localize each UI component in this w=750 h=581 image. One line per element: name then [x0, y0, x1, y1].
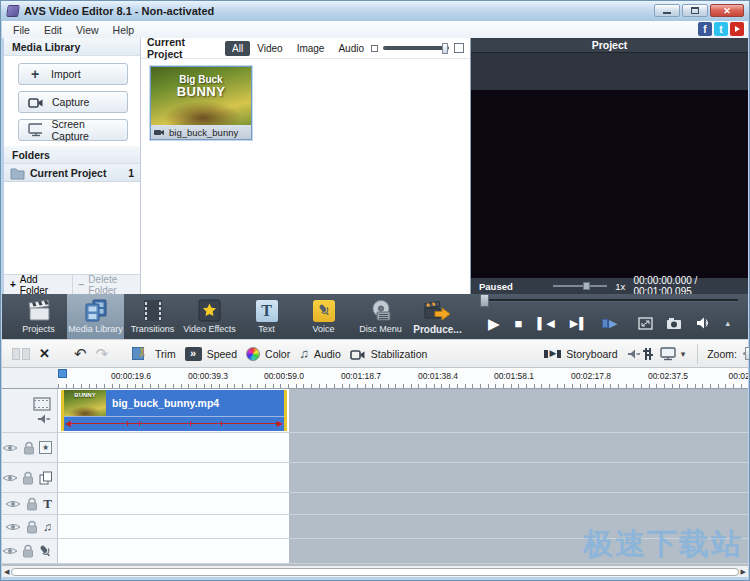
trim-label: Trim: [155, 348, 176, 360]
trim-right-arrow-icon[interactable]: ▶: [277, 420, 283, 428]
tab-voice[interactable]: Voice: [295, 294, 352, 339]
menu-view[interactable]: View: [69, 23, 106, 37]
volume-icon[interactable]: [696, 317, 712, 329]
eye-icon[interactable]: [2, 473, 17, 483]
ruler-label: 00:00:39.3: [178, 371, 238, 381]
tab-produce[interactable]: Produce...: [409, 294, 466, 339]
screen-capture-label: Screen Capture: [51, 118, 118, 142]
folder-item-current-project[interactable]: Current Project 1: [4, 164, 140, 182]
stabilization-button[interactable]: Stabilization: [350, 348, 428, 360]
filter-all[interactable]: All: [225, 41, 250, 56]
title-bar[interactable]: AVS Video Editor 8.1 - Non-activated ✕: [1, 1, 749, 21]
maximize-button[interactable]: [682, 4, 708, 17]
delete-button[interactable]: ✕: [39, 346, 50, 361]
tab-disc-menu[interactable]: Disc Menu: [352, 294, 409, 339]
scroll-right-icon[interactable]: ▶: [741, 568, 746, 575]
playhead-marker[interactable]: [58, 369, 67, 378]
trim-button[interactable]: ✂ Trim: [132, 346, 176, 361]
play-button[interactable]: ▶: [488, 316, 500, 331]
menu-edit[interactable]: Edit: [37, 23, 69, 37]
youtube-icon[interactable]: [730, 22, 744, 36]
text-track[interactable]: [58, 493, 748, 514]
tab-projects[interactable]: Projects: [10, 294, 67, 339]
import-button[interactable]: + Import: [18, 63, 128, 85]
media-item-big-buck-bunny[interactable]: Big Buck BUNNY big_buck_bunny: [150, 66, 252, 140]
zoom-slider[interactable]: [743, 352, 750, 355]
lock-icon[interactable]: [20, 544, 35, 558]
close-button[interactable]: ✕: [710, 4, 744, 17]
close-icon: ✕: [723, 6, 731, 16]
tab-video-effects[interactable]: Video Effects: [181, 294, 238, 339]
color-button[interactable]: Color: [246, 347, 290, 361]
clip-trim-bar[interactable]: ◀ ▶: [64, 417, 284, 430]
storyboard-icon: ▶: [544, 349, 561, 358]
twitter-icon[interactable]: t: [714, 22, 728, 36]
seek-handle[interactable]: [480, 294, 489, 307]
facebook-icon[interactable]: f: [698, 22, 712, 36]
lock-icon[interactable]: [24, 497, 40, 511]
delete-folder-button[interactable]: − Delete Folder: [72, 275, 141, 294]
eye-icon[interactable]: [2, 443, 18, 453]
lock-icon[interactable]: [20, 471, 35, 485]
menu-help[interactable]: Help: [106, 23, 142, 37]
menu-file[interactable]: File: [6, 23, 37, 37]
mixer-sliders-icon: [645, 348, 651, 360]
storyboard-button[interactable]: ▶ Storyboard: [544, 348, 617, 360]
video-track[interactable]: BUNNY big_buck_bunny.mp4 ◀ ▶: [58, 389, 748, 432]
thumbnail-size-handle[interactable]: [442, 43, 448, 54]
folder-count: 1: [128, 167, 134, 179]
undo-button[interactable]: ↶: [74, 346, 87, 361]
eye-icon[interactable]: [2, 546, 17, 556]
text-track-header: T: [2, 493, 58, 514]
step-square-icon: [602, 319, 608, 328]
audio-mixer-button[interactable]: [627, 348, 651, 360]
filter-video[interactable]: Video: [250, 41, 289, 56]
tab-media-library[interactable]: Media Library: [67, 294, 124, 339]
scrollbar-thumb[interactable]: [11, 568, 738, 576]
screen-capture-button[interactable]: Screen Capture: [18, 119, 128, 141]
muted-speaker-icon[interactable]: [37, 414, 51, 424]
display-mode-button[interactable]: ▾: [660, 347, 686, 361]
step-playback-button[interactable]: ▶: [602, 317, 617, 330]
timeline-scrollbar[interactable]: ◀ ▶: [2, 565, 748, 577]
add-folder-button[interactable]: + Add Folder: [4, 275, 72, 294]
preview-status-bar: Paused 1x 00:00:00.000 / 00:01:00.095: [471, 278, 748, 294]
previous-frame-button[interactable]: ▌◀: [537, 317, 554, 330]
stop-button[interactable]: ■: [515, 317, 523, 330]
split-icon[interactable]: [12, 348, 30, 360]
thumbnail-size-slider[interactable]: [383, 46, 449, 50]
timeline-clip-big-buck-bunny[interactable]: BUNNY big_buck_bunny.mp4 ◀ ▶: [61, 390, 287, 431]
tab-transitions[interactable]: Transitions: [124, 294, 181, 339]
capture-button[interactable]: Capture: [18, 91, 128, 113]
filter-audio[interactable]: Audio: [331, 41, 371, 56]
color-label: Color: [265, 348, 290, 360]
filter-image[interactable]: Image: [290, 41, 332, 56]
effects-star-icon: [198, 299, 221, 322]
lock-icon[interactable]: [24, 520, 40, 534]
scroll-left-icon[interactable]: ◀: [4, 568, 9, 575]
overlay-track[interactable]: [58, 463, 748, 492]
redo-button[interactable]: ↷: [95, 346, 108, 361]
overlay-track-header: [2, 463, 58, 492]
snapshot-camera-icon[interactable]: [666, 317, 683, 330]
next-frame-button[interactable]: ▶▌: [570, 317, 587, 330]
color-wheel-icon: [246, 347, 260, 361]
speed-button[interactable]: » Speed: [185, 347, 237, 361]
media-item-name: big_buck_bunny: [169, 127, 238, 138]
volume-expand-icon[interactable]: ▴: [725, 318, 730, 328]
speed-slider[interactable]: [553, 285, 608, 287]
tab-text[interactable]: T Text: [238, 294, 295, 339]
speed-slider-handle[interactable]: [583, 282, 590, 290]
seek-bar[interactable]: [480, 299, 738, 302]
lock-icon[interactable]: [21, 441, 37, 455]
timeline-ruler[interactable]: 00:00:19.6 00:00:39.3 00:00:59.0 00:01:1…: [58, 368, 748, 389]
zoom-slider-handle[interactable]: [745, 347, 750, 360]
audio-button[interactable]: ♫ Audio: [299, 346, 341, 361]
eye-icon[interactable]: [5, 499, 21, 509]
minimize-button[interactable]: [654, 4, 680, 17]
fullscreen-icon[interactable]: [638, 317, 653, 330]
eye-icon[interactable]: [5, 522, 21, 532]
thumbnail-overlay-text: Big Buck BUNNY: [151, 75, 251, 98]
effects-track[interactable]: [58, 433, 748, 462]
tab-label: Text: [258, 324, 275, 334]
